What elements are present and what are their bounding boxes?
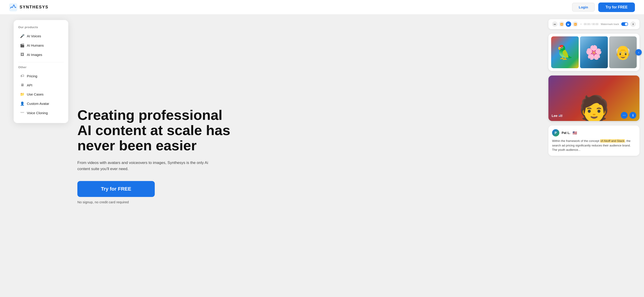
- logo-text: SYNTHESYS: [20, 5, 48, 9]
- play-button[interactable]: ▶: [566, 21, 571, 27]
- media-time: 00:00 / 00:00: [584, 23, 598, 25]
- dropdown-item-voice-cloning[interactable]: 〰 Voice Cloning: [18, 108, 64, 117]
- avatar-name: Lee: [552, 114, 558, 118]
- reviewer-name: Pat L.: [562, 131, 570, 135]
- voice-cloning-label: Voice Cloning: [27, 111, 48, 115]
- right-panel: ⏮ ⏪ ▶ ⏩ 00:00 / 00:00 Watermark track ⬇ …: [548, 14, 644, 297]
- review-header: P Pat L. 🇺🇸: [552, 129, 636, 136]
- step-back-button[interactable]: ⏪: [559, 21, 564, 27]
- review-card: P Pat L. 🇺🇸 Within the framework of the …: [548, 126, 640, 156]
- person-icon: 👤: [20, 101, 24, 106]
- download-button[interactable]: ⬇: [630, 21, 636, 27]
- avatar-actions: ⋯ ℹ: [621, 112, 636, 119]
- avatar-more-button[interactable]: ⋯: [621, 112, 628, 119]
- ai-humans-label: AI Humans: [27, 43, 44, 47]
- waveform-icon: 〰: [20, 111, 24, 115]
- avatar-name-label: Lee 🇺🇸: [552, 114, 563, 118]
- products-section-label: Our products: [18, 25, 64, 29]
- custom-avatar-label: Custom Avatar: [27, 102, 49, 105]
- no-signup-text: No signup, no credit card required: [77, 200, 535, 204]
- avatar-card: 🧑 Lee 🇺🇸 ⋯ ℹ: [548, 75, 640, 121]
- image-grid: [551, 36, 637, 68]
- header: SYNTHESYS Login Try for FREE: [0, 0, 644, 14]
- logo-area: SYNTHESYS: [9, 3, 48, 11]
- avatar-info-button[interactable]: ℹ: [630, 112, 636, 119]
- header-right: Login Try for FREE: [572, 2, 635, 12]
- review-highlight: of Akoff and Stack: [600, 139, 625, 143]
- header-try-free-button[interactable]: Try for FREE: [598, 2, 635, 12]
- hero-cta-button[interactable]: Try for FREE: [77, 181, 155, 197]
- video-icon: 🎬: [20, 43, 24, 47]
- pricing-label: Pricing: [27, 74, 37, 78]
- review-body: Within the framework of the concept of A…: [552, 139, 636, 152]
- ai-voices-label: AI Voices: [27, 34, 41, 38]
- step-forward-button[interactable]: ⏩: [572, 21, 578, 27]
- dropdown-item-api[interactable]: 🖥 API: [18, 81, 64, 89]
- dropdown-item-ai-voices[interactable]: 🎤 AI Voices: [18, 32, 64, 40]
- hero-subtitle: From videos with avatars and voiceovers …: [77, 160, 209, 172]
- ai-images-label: AI Images: [27, 53, 42, 57]
- avatar-flag: 🇺🇸: [558, 114, 563, 118]
- dropdown-item-ai-humans[interactable]: 🎬 AI Humans: [18, 41, 64, 50]
- hero-section: Creating professional AI content at scal…: [0, 14, 548, 297]
- monitor-icon: 🖥: [20, 83, 24, 87]
- rose-image: [580, 36, 608, 68]
- image-grid-card: ›: [548, 34, 640, 71]
- other-section-label: Other: [18, 65, 64, 69]
- image-next-button[interactable]: ›: [635, 49, 642, 55]
- microphone-icon: 🎤: [20, 34, 24, 38]
- main-content: Our products 🎤 AI Voices 🎬 AI Humans 🖼 A…: [0, 14, 644, 297]
- dropdown-item-custom-avatar[interactable]: 👤 Custom Avatar: [18, 99, 64, 108]
- media-player-bar: ⏮ ⏪ ▶ ⏩ 00:00 / 00:00 Watermark track ⬇: [548, 19, 640, 29]
- login-button[interactable]: Login: [572, 3, 594, 11]
- dropdown-item-ai-images[interactable]: 🖼 AI Images: [18, 50, 64, 59]
- folder-icon: 📁: [20, 92, 24, 96]
- dropdown-menu: Our products 🎤 AI Voices 🎬 AI Humans 🖼 A…: [14, 20, 68, 123]
- avatar-figure: 🧑: [578, 96, 610, 121]
- hero-title: Creating professional AI content at scal…: [77, 108, 232, 153]
- use-cases-label: Use Cases: [27, 92, 44, 96]
- api-label: API: [27, 83, 32, 87]
- skip-back-button[interactable]: ⏮: [552, 21, 558, 27]
- dropdown-item-use-cases[interactable]: 📁 Use Cases: [18, 90, 64, 99]
- logo-icon: [9, 3, 17, 11]
- elder-image: [609, 36, 637, 68]
- reviewer-initial: P: [554, 131, 556, 135]
- tag-icon: 🏷: [20, 74, 24, 78]
- parrot-image: [551, 36, 579, 68]
- reviewer-avatar: P: [552, 129, 559, 136]
- reviewer-flag: 🇺🇸: [572, 131, 577, 135]
- media-controls: ⏮ ⏪ ▶ ⏩: [552, 21, 578, 27]
- dropdown-item-pricing[interactable]: 🏷 Pricing: [18, 72, 64, 80]
- watermark-label: Watermark track: [601, 23, 619, 25]
- image-icon: 🖼: [20, 52, 24, 57]
- watermark-toggle[interactable]: [621, 22, 628, 26]
- media-progress-bar[interactable]: [580, 24, 582, 24]
